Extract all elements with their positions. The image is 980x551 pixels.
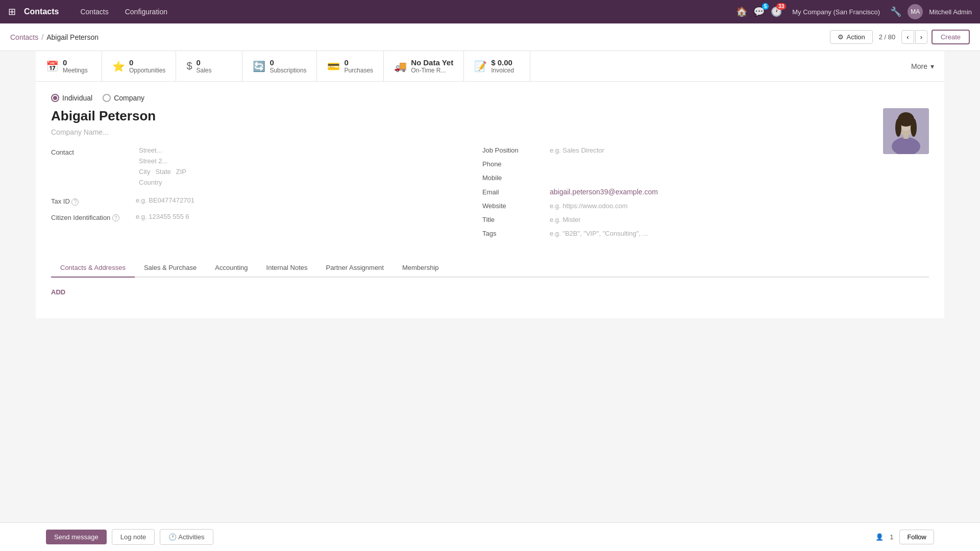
mobile-row: Mobile xyxy=(482,174,883,182)
tab-content: ADD xyxy=(51,278,929,306)
activity-icon[interactable]: 🏠 xyxy=(736,6,747,17)
clock-icon[interactable]: 🕐 33 xyxy=(771,6,782,17)
ontime-label1: No Data Yet xyxy=(411,58,453,67)
contact-address-row: Contact Street... Street 2... City State… xyxy=(51,146,452,189)
tax-id-field[interactable]: e.g. BE0477472701 xyxy=(136,196,194,204)
job-position-label: Job Position xyxy=(482,146,544,154)
individual-label: Individual xyxy=(62,94,92,102)
state-field[interactable]: State xyxy=(155,168,170,176)
create-button[interactable]: Create xyxy=(932,30,970,44)
next-arrow[interactable]: › xyxy=(915,30,927,44)
purchases-count: 0 xyxy=(344,58,373,67)
opportunities-count: 0 xyxy=(129,58,165,67)
meetings-count: 0 xyxy=(63,58,88,67)
apps-menu-icon[interactable]: ⊞ xyxy=(8,6,16,17)
stat-ontime[interactable]: 🚚 No Data Yet On-Time R... xyxy=(384,51,464,81)
stat-purchases[interactable]: 💳 0 Purchases xyxy=(317,51,384,81)
add-contact-link[interactable]: ADD xyxy=(51,288,65,296)
chat-icon[interactable]: 💬 5 xyxy=(753,6,765,17)
stat-sales[interactable]: $ 0 Sales xyxy=(176,51,242,81)
citizen-id-label: Citizen Identification ? xyxy=(51,212,133,222)
breadcrumb-separator: / xyxy=(41,33,43,41)
subscriptions-label: Subscriptions xyxy=(270,67,306,74)
invoiced-label: Invoiced xyxy=(491,67,514,74)
refresh-icon: 🔄 xyxy=(253,60,265,72)
tab-sales-purchase[interactable]: Sales & Purchase xyxy=(135,259,206,278)
title-field[interactable]: e.g. Mister xyxy=(550,216,581,223)
job-position-row: Job Position e.g. Sales Director xyxy=(482,146,883,154)
stat-invoiced[interactable]: 📝 $ 0.00 Invoiced xyxy=(464,51,530,81)
stat-meetings[interactable]: 📅 0 Meetings xyxy=(36,51,102,81)
calendar-icon: 📅 xyxy=(46,60,59,72)
city-field[interactable]: City xyxy=(139,168,150,176)
chat-badge: 5 xyxy=(762,3,769,10)
zip-field[interactable]: ZIP xyxy=(176,168,186,176)
meetings-label: Meetings xyxy=(63,67,88,74)
email-row: Email abigail.peterson39@example.com xyxy=(482,188,883,196)
user-avatar[interactable]: MA xyxy=(908,4,923,19)
tags-label: Tags xyxy=(482,230,544,237)
tab-partner-assignment[interactable]: Partner Assignment xyxy=(317,259,393,278)
contact-type-selector: Individual Company xyxy=(51,94,929,102)
city-state-zip-row: City State ZIP xyxy=(139,168,452,176)
action-button[interactable]: ⚙ Action xyxy=(830,30,873,44)
settings-icon[interactable]: 🔧 xyxy=(890,6,901,17)
breadcrumb-current: Abigail Peterson xyxy=(46,33,99,41)
invoiced-amount: $ 0.00 xyxy=(491,58,514,67)
tab-accounting[interactable]: Accounting xyxy=(206,259,257,278)
gear-icon: ⚙ xyxy=(838,33,844,41)
username[interactable]: Mitchell Admin xyxy=(929,8,972,16)
stat-opportunities[interactable]: ⭐ 0 Opportunities xyxy=(102,51,176,81)
nav-contacts[interactable]: Contacts xyxy=(75,8,113,16)
contact-avatar-container[interactable] xyxy=(883,108,929,154)
citizen-id-field[interactable]: e.g. 123455 555 6 xyxy=(136,213,189,220)
company-name[interactable]: My Company (San Francisco) xyxy=(792,8,880,16)
tab-internal-notes[interactable]: Internal Notes xyxy=(257,259,317,278)
tags-row: Tags e.g. "B2B", "VIP", "Consulting", ..… xyxy=(482,230,883,237)
tax-id-help-icon[interactable]: ? xyxy=(71,198,79,206)
citizen-id-row: Citizen Identification ? e.g. 123455 555… xyxy=(51,212,452,222)
card-icon: 💳 xyxy=(327,60,340,72)
truck-icon: 🚚 xyxy=(394,60,407,72)
breadcrumb-parent[interactable]: Contacts xyxy=(10,33,38,41)
prev-arrow[interactable]: ‹ xyxy=(901,30,914,44)
title-label: Title xyxy=(482,216,544,223)
company-radio[interactable]: Company xyxy=(103,94,144,102)
tax-id-label: Tax ID ? xyxy=(51,195,133,206)
pagination-arrows: ‹ › xyxy=(901,30,927,44)
individual-radio[interactable]: Individual xyxy=(51,94,92,102)
svg-point-4 xyxy=(895,118,901,137)
address-fields: Street... Street 2... City State ZIP Cou… xyxy=(139,146,452,189)
more-label: More xyxy=(911,62,927,70)
email-field[interactable]: abigail.peterson39@example.com xyxy=(550,188,658,196)
avatar-svg xyxy=(883,108,929,154)
company-label: Company xyxy=(114,94,144,102)
more-button[interactable]: More ▾ xyxy=(901,51,944,81)
nav-configuration[interactable]: Configuration xyxy=(120,8,173,16)
tab-membership[interactable]: Membership xyxy=(393,259,448,278)
form-left: Contact Street... Street 2... City State… xyxy=(51,146,452,243)
job-position-field[interactable]: e.g. Sales Director xyxy=(550,146,604,154)
website-label: Website xyxy=(482,202,544,210)
website-field[interactable]: e.g. https://www.odoo.com xyxy=(550,202,627,210)
form-section: Contact Street... Street 2... City State… xyxy=(51,146,883,243)
contact-name[interactable]: Abigail Peterson xyxy=(51,108,883,124)
stat-subscriptions[interactable]: 🔄 0 Subscriptions xyxy=(242,51,317,81)
company-name-field[interactable]: Company Name... xyxy=(51,128,883,136)
breadcrumb: Contacts / Abigail Peterson xyxy=(10,33,99,41)
subscriptions-count: 0 xyxy=(270,58,306,67)
chevron-down-icon: ▾ xyxy=(930,62,934,70)
citizen-help-icon[interactable]: ? xyxy=(112,214,119,221)
individual-radio-btn[interactable] xyxy=(51,94,59,102)
company-radio-btn[interactable] xyxy=(103,94,111,102)
contact-info-left: Abigail Peterson Company Name... Contact… xyxy=(51,108,883,243)
street2-field[interactable]: Street 2... xyxy=(139,157,452,165)
tab-contacts-addresses[interactable]: Contacts & Addresses xyxy=(51,259,135,278)
country-field[interactable]: Country xyxy=(139,179,452,186)
clock-badge: 33 xyxy=(776,3,786,10)
tabs-bar: Contacts & Addresses Sales & Purchase Ac… xyxy=(51,259,929,278)
contact-label: Contact xyxy=(51,146,133,156)
svg-rect-7 xyxy=(903,133,909,139)
street-field[interactable]: Street... xyxy=(139,146,452,154)
tags-field[interactable]: e.g. "B2B", "VIP", "Consulting", ... xyxy=(550,230,648,237)
